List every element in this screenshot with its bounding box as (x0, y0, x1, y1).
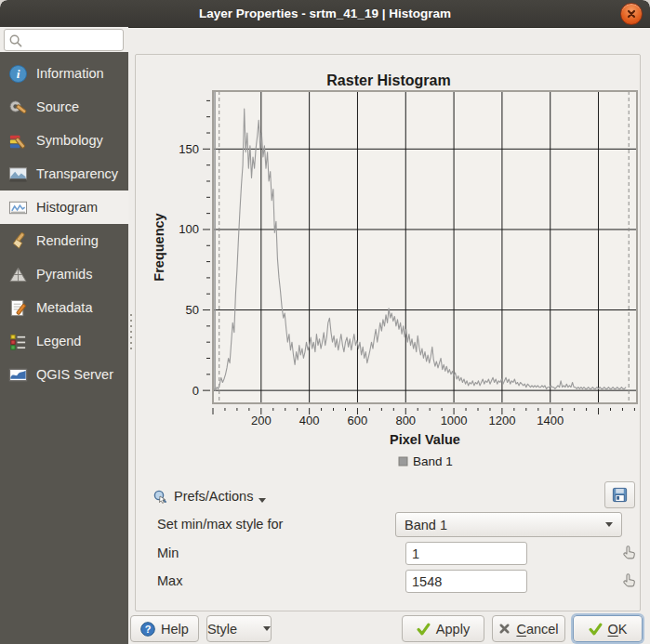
sidebar-item-label: Transparency (36, 166, 118, 181)
panel-splitter-handle[interactable] (130, 314, 132, 353)
window-title: Layer Properties - srtm_41_19 | Histogra… (0, 0, 650, 27)
information-icon: i (7, 63, 28, 84)
search-icon (8, 33, 23, 48)
sidebar-item-qgis-server[interactable]: QGIS Server (0, 358, 128, 391)
sidebar-item-information[interactable]: i Information (0, 57, 128, 90)
sidebar-item-transparency[interactable]: Transparency (0, 157, 128, 191)
sidebar-item-source[interactable]: Source (0, 90, 128, 124)
svg-text:1000: 1000 (441, 414, 468, 427)
svg-text:Band 1: Band 1 (413, 454, 453, 468)
min-input[interactable] (405, 542, 527, 565)
set-minmax-label: Set min/max style for (157, 517, 283, 532)
metadata-icon (7, 297, 28, 318)
sidebar-item-label: Rendering (36, 233, 99, 248)
rendering-icon (7, 230, 28, 251)
raster-histogram-chart[interactable]: 200400600800100012001400050100150Raster … (136, 66, 640, 475)
sidebar-item-rendering[interactable]: Rendering (0, 224, 128, 257)
close-button[interactable] (620, 3, 643, 25)
apply-button[interactable]: Apply (402, 615, 484, 642)
help-icon: ? (140, 622, 155, 637)
histogram-icon (7, 197, 28, 217)
help-button[interactable]: ? Help (130, 615, 199, 642)
symbology-icon (7, 130, 28, 151)
prefs-actions-button[interactable]: Prefs/Actions (147, 484, 272, 508)
close-icon (626, 8, 637, 20)
chevron-down-icon (259, 498, 266, 503)
min-label: Min (157, 545, 179, 560)
histogram-page: 200400600800100012001400050100150Raster … (135, 54, 641, 611)
sidebar-item-legend[interactable]: Legend (0, 324, 128, 358)
svg-text:Pixel Value: Pixel Value (390, 432, 460, 447)
svg-text:Raster Histogram: Raster Histogram (326, 72, 450, 88)
svg-text:Frequency: Frequency (152, 213, 166, 281)
sidebar-item-label: Symbology (36, 133, 103, 148)
prefs-actions-label: Prefs/Actions (174, 489, 253, 504)
sidebar-item-label: Metadata (36, 300, 92, 315)
help-label: Help (161, 622, 189, 637)
qgis-server-icon (7, 364, 28, 385)
transparency-icon (7, 164, 28, 184)
svg-text:?: ? (145, 624, 152, 635)
chevron-down-icon (263, 626, 271, 631)
search-input[interactable] (25, 31, 122, 51)
svg-text:800: 800 (395, 414, 416, 427)
style-label: Style (207, 622, 237, 637)
sidebar-item-label: Source (36, 99, 79, 114)
sidebar-item-histogram[interactable]: Histogram (0, 191, 128, 224)
prefs-actions-icon (153, 489, 168, 505)
legend-icon (7, 331, 28, 351)
cancel-label: Cancel (516, 622, 558, 637)
layer-properties-dialog: Layer Properties - srtm_41_19 | Histogra… (0, 0, 650, 644)
check-icon (417, 623, 431, 636)
sidebar-item-metadata[interactable]: Metadata (0, 291, 128, 324)
sidebar-item-pyramids[interactable]: Pyramids (0, 257, 128, 291)
sidebar-item-label: QGIS Server (36, 367, 113, 382)
ok-label: OK (608, 622, 628, 637)
svg-text:600: 600 (348, 414, 368, 427)
band-select[interactable]: Band 1 (395, 512, 622, 537)
band-select-value: Band 1 (405, 518, 447, 532)
svg-text:0: 0 (192, 384, 199, 398)
svg-text:i: i (16, 67, 20, 81)
max-label: Max (157, 573, 182, 588)
svg-text:200: 200 (251, 414, 272, 427)
save-histogram-button[interactable] (604, 481, 635, 508)
search-box (4, 29, 124, 51)
ok-button[interactable]: OK (573, 615, 643, 642)
svg-text:1400: 1400 (537, 414, 564, 427)
svg-text:150: 150 (179, 142, 199, 156)
sidebar-item-label: Information (36, 66, 104, 81)
cancel-button[interactable]: Cancel (492, 615, 565, 642)
chevron-down-icon (605, 522, 613, 527)
check-icon (589, 623, 603, 636)
sidebar-item-label: Histogram (36, 200, 98, 215)
svg-text:1200: 1200 (488, 414, 515, 427)
svg-text:100: 100 (179, 222, 199, 236)
max-pick-hand-icon[interactable] (619, 571, 638, 589)
titlebar: Layer Properties - srtm_41_19 | Histogra… (0, 0, 650, 28)
svg-text:400: 400 (299, 414, 320, 427)
style-button[interactable]: Style (206, 615, 272, 642)
x-icon (498, 623, 511, 635)
source-icon (7, 97, 28, 117)
min-pick-hand-icon[interactable] (619, 543, 638, 561)
pyramids-icon (7, 264, 28, 284)
svg-text:50: 50 (186, 303, 199, 317)
sidebar: i Information Source Symbology (0, 27, 128, 644)
sidebar-item-symbology[interactable]: Symbology (0, 124, 128, 157)
sidebar-item-label: Legend (36, 334, 81, 348)
max-input[interactable] (405, 570, 527, 593)
sidebar-item-label: Pyramids (36, 267, 92, 282)
apply-label: Apply (436, 622, 470, 637)
sidebar-nav: i Information Source Symbology (0, 52, 128, 644)
save-icon (611, 486, 629, 504)
